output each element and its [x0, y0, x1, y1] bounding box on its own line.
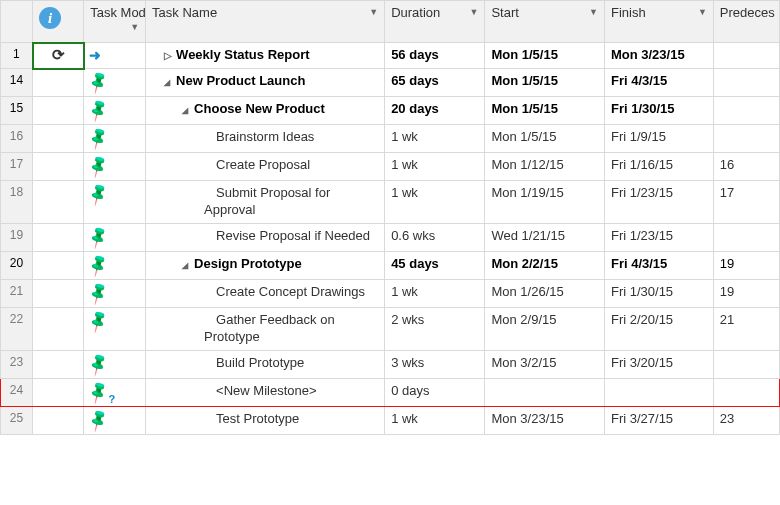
duration-cell[interactable]: 45 days — [385, 251, 485, 279]
predecessors-cell[interactable]: 23 — [713, 406, 779, 434]
task-mode-cell[interactable]: 📌 — [84, 251, 146, 279]
row-number-cell[interactable]: 18 — [1, 181, 33, 224]
finish-cell[interactable]: Fri 1/23/15 — [604, 181, 713, 224]
row-number-cell[interactable]: 20 — [1, 251, 33, 279]
predecessors-cell[interactable] — [713, 125, 779, 153]
info-cell[interactable] — [33, 279, 84, 307]
start-cell[interactable]: Mon 3/2/15 — [485, 350, 605, 378]
task-name-cell[interactable]: <New Milestone> — [146, 378, 385, 406]
info-cell[interactable] — [33, 97, 84, 125]
task-name-cell[interactable]: Revise Proposal if Needed — [146, 223, 385, 251]
predecessors-cell[interactable]: 21 — [713, 307, 779, 350]
info-cell[interactable]: ⟳ — [33, 43, 84, 69]
predecessors-cell[interactable]: 16 — [713, 153, 779, 181]
start-cell[interactable]: Mon 2/2/15 — [485, 251, 605, 279]
row-number-cell[interactable]: 23 — [1, 350, 33, 378]
row-number-cell[interactable]: 21 — [1, 279, 33, 307]
start-cell[interactable]: Mon 1/19/15 — [485, 181, 605, 224]
duration-cell[interactable]: 3 wks — [385, 350, 485, 378]
predecessors-cell[interactable]: 19 — [713, 279, 779, 307]
duration-cell[interactable]: 56 days — [385, 43, 485, 69]
predecessors-cell[interactable] — [713, 378, 779, 406]
table-row[interactable]: 20📌◢Design Prototype45 daysMon 2/2/15Fri… — [1, 251, 780, 279]
duration-cell[interactable]: 20 days — [385, 97, 485, 125]
chevron-down-icon[interactable]: ▼ — [470, 7, 479, 17]
finish-cell[interactable]: Fri 4/3/15 — [604, 69, 713, 97]
predecessors-cell[interactable] — [713, 350, 779, 378]
duration-cell[interactable]: 1 wk — [385, 406, 485, 434]
task-mode-column-header[interactable]: Task Mode ▼ — [84, 1, 146, 43]
table-row[interactable]: 22📌 Gather Feedback on Prototype2 wksMon… — [1, 307, 780, 350]
finish-cell[interactable]: Fri 1/23/15 — [604, 223, 713, 251]
info-cell[interactable] — [33, 181, 84, 224]
task-name-cell[interactable]: Test Prototype — [146, 406, 385, 434]
info-cell[interactable] — [33, 307, 84, 350]
collapse-toggle-icon[interactable]: ◢ — [164, 78, 174, 88]
finish-column-header[interactable]: Finish ▼ — [604, 1, 713, 43]
task-name-cell[interactable]: ▷Weekly Status Report — [146, 43, 385, 69]
info-cell[interactable] — [33, 153, 84, 181]
chevron-down-icon[interactable]: ▼ — [130, 22, 139, 32]
predecessors-cell[interactable] — [713, 97, 779, 125]
task-mode-cell[interactable]: ➜ — [84, 43, 146, 69]
task-mode-cell[interactable]: 📌 — [84, 97, 146, 125]
info-cell[interactable] — [33, 350, 84, 378]
predecessors-column-header[interactable]: Predeces — [713, 1, 779, 43]
task-mode-cell[interactable]: 📌 — [84, 153, 146, 181]
task-name-cell[interactable]: ◢Design Prototype — [146, 251, 385, 279]
table-row[interactable]: 25📌 Test Prototype1 wkMon 3/23/15Fri 3/2… — [1, 406, 780, 434]
info-cell[interactable] — [33, 69, 84, 97]
table-row[interactable]: 23📌 Build Prototype3 wksMon 3/2/15Fri 3/… — [1, 350, 780, 378]
table-row[interactable]: 1⟳➜▷Weekly Status Report56 daysMon 1/5/1… — [1, 43, 780, 69]
predecessors-cell[interactable] — [713, 69, 779, 97]
task-name-cell[interactable]: Create Proposal — [146, 153, 385, 181]
row-number-header[interactable] — [1, 1, 33, 43]
table-row[interactable]: 21📌 Create Concept Drawings1 wkMon 1/26/… — [1, 279, 780, 307]
task-mode-cell[interactable]: 📌 — [84, 69, 146, 97]
row-number-cell[interactable]: 25 — [1, 406, 33, 434]
row-number-cell[interactable]: 16 — [1, 125, 33, 153]
row-number-cell[interactable]: 17 — [1, 153, 33, 181]
duration-cell[interactable]: 65 days — [385, 69, 485, 97]
table-row[interactable]: 18📌 Submit Proposal for Approval1 wkMon … — [1, 181, 780, 224]
start-cell[interactable]: Wed 1/21/15 — [485, 223, 605, 251]
finish-cell[interactable]: Fri 1/30/15 — [604, 97, 713, 125]
duration-column-header[interactable]: Duration ▼ — [385, 1, 485, 43]
collapse-toggle-icon[interactable]: ◢ — [182, 106, 192, 116]
table-row[interactable]: 16📌 Brainstorm Ideas1 wkMon 1/5/15Fri 1/… — [1, 125, 780, 153]
finish-cell[interactable]: Fri 2/20/15 — [604, 307, 713, 350]
finish-cell[interactable]: Mon 3/23/15 — [604, 43, 713, 69]
start-cell[interactable]: Mon 1/5/15 — [485, 125, 605, 153]
chevron-down-icon[interactable]: ▼ — [698, 7, 707, 17]
task-mode-cell[interactable]: 📌 — [84, 181, 146, 224]
task-name-cell[interactable]: Gather Feedback on Prototype — [146, 307, 385, 350]
start-column-header[interactable]: Start ▼ — [485, 1, 605, 43]
task-name-cell[interactable]: Create Concept Drawings — [146, 279, 385, 307]
task-name-column-header[interactable]: Task Name ▼ — [146, 1, 385, 43]
row-number-cell[interactable]: 15 — [1, 97, 33, 125]
chevron-down-icon[interactable]: ▼ — [589, 7, 598, 17]
row-number-cell[interactable]: 19 — [1, 223, 33, 251]
row-number-cell[interactable]: 14 — [1, 69, 33, 97]
start-cell[interactable]: Mon 3/23/15 — [485, 406, 605, 434]
start-cell[interactable]: Mon 1/5/15 — [485, 43, 605, 69]
info-cell[interactable] — [33, 378, 84, 406]
predecessors-cell[interactable]: 19 — [713, 251, 779, 279]
table-row[interactable]: 24📌? <New Milestone>0 days — [1, 378, 780, 406]
duration-cell[interactable]: 1 wk — [385, 153, 485, 181]
row-number-cell[interactable]: 24 — [1, 378, 33, 406]
start-cell[interactable] — [485, 378, 605, 406]
duration-cell[interactable]: 2 wks — [385, 307, 485, 350]
duration-cell[interactable]: 0 days — [385, 378, 485, 406]
duration-cell[interactable]: 0.6 wks — [385, 223, 485, 251]
predecessors-cell[interactable] — [713, 43, 779, 69]
finish-cell[interactable]: Fri 1/30/15 — [604, 279, 713, 307]
duration-cell[interactable]: 1 wk — [385, 125, 485, 153]
predecessors-cell[interactable]: 17 — [713, 181, 779, 224]
task-name-cell[interactable]: ◢New Product Launch — [146, 69, 385, 97]
table-row[interactable]: 14📌◢New Product Launch65 daysMon 1/5/15F… — [1, 69, 780, 97]
task-mode-cell[interactable]: 📌 — [84, 307, 146, 350]
task-mode-cell[interactable]: 📌? — [84, 378, 146, 406]
info-column-header[interactable]: i — [33, 1, 84, 43]
row-number-cell[interactable]: 1 — [1, 43, 33, 69]
